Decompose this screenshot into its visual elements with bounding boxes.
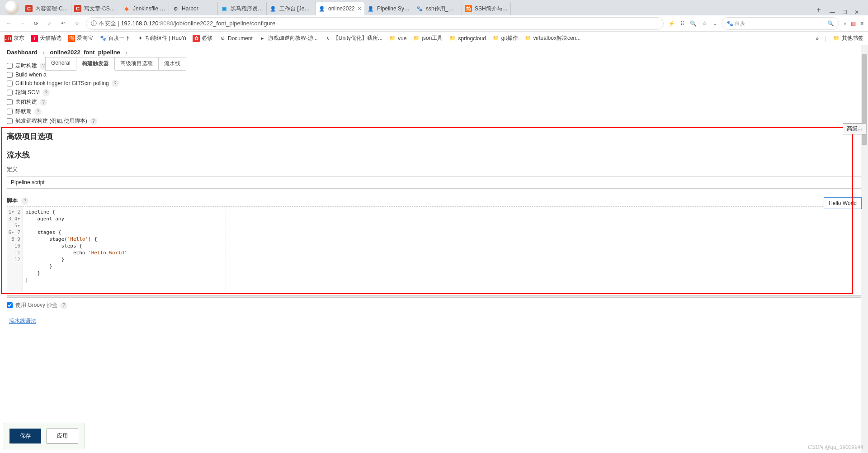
help-icon[interactable]: ? (21, 197, 28, 205)
breadcrumb-dashboard[interactable]: Dashboard (7, 49, 38, 56)
save-button[interactable]: 保存 (9, 429, 41, 443)
config-tab[interactable]: 高级项目选项 (115, 57, 159, 70)
trigger-label: 轮询 SCM (15, 89, 40, 96)
sample-dropdown[interactable]: Hello World (824, 197, 862, 209)
address-field[interactable]: ⓘ 不安全 | 192.168.0.120:8080/job/online202… (86, 17, 664, 30)
config-tab[interactable]: 流水线 (159, 57, 186, 70)
browser-tab[interactable]: C内容管理-CSDN (23, 2, 71, 15)
definition-select[interactable]: Pipeline script (7, 176, 861, 189)
editor-gutter: 1▾ 2 3 4▾ 5▾ 6▾ 7 8 9 10 11 12 (7, 207, 23, 292)
favorite-icon[interactable]: ☆ (72, 19, 81, 28)
trigger-checkbox[interactable] (7, 109, 13, 114)
chevron-down-icon[interactable]: ⌄ (712, 20, 717, 27)
bookmark-item[interactable]: 📁vue (389, 35, 406, 42)
bookmark-item[interactable]: 📁springcloud (449, 35, 486, 42)
close-tab-icon[interactable]: ✕ (357, 5, 362, 12)
help-icon[interactable]: ? (90, 118, 97, 125)
config-tab[interactable]: 构建触发器 (76, 57, 115, 71)
script-editor[interactable]: 1▾ 2 3 4▾ 5▾ 6▾ 7 8 9 10 11 12 pipeline … (7, 206, 861, 292)
tab-title: Pipeline Synta (377, 5, 410, 12)
pdf-icon[interactable]: ▥ (851, 20, 856, 27)
bookmark-item[interactable]: 淘爱淘宝 (68, 34, 93, 42)
zoom-icon[interactable]: 🔍 (690, 20, 697, 27)
bookmark-label: 天猫精选 (40, 34, 61, 42)
bookmark-icon: λ (324, 35, 331, 42)
browser-tab[interactable]: 👤工作台 [Jenkin (267, 2, 316, 15)
sandbox-checkbox[interactable] (7, 302, 13, 308)
trigger-checkbox[interactable] (7, 118, 13, 124)
vertical-scrollbar[interactable] (861, 45, 868, 453)
trigger-checkbox[interactable] (7, 81, 13, 86)
other-bookmarks[interactable]: 📁其他书签 (833, 34, 863, 42)
trigger-checkbox[interactable] (7, 63, 13, 69)
page-content: Dashboard › online2022_font_pipeline › G… (0, 45, 868, 453)
breadcrumb-job[interactable]: online2022_font_pipeline (50, 49, 120, 56)
pipeline-syntax-link[interactable]: 流水线语法 (0, 313, 45, 329)
browser-tab[interactable]: ◆Jenkinsfile · m (120, 2, 169, 15)
tab-title: Harbor (182, 5, 215, 12)
help-icon[interactable]: ? (60, 302, 67, 309)
reload-button[interactable]: ⟳ (32, 19, 41, 28)
flash-icon[interactable]: ⚡ (668, 20, 675, 27)
bookmark-icon: ✿ (193, 35, 200, 42)
bookmark-item[interactable]: 🐾百度一下 (99, 34, 130, 42)
bookmark-icon: 📁 (413, 35, 420, 42)
menu-icon[interactable]: ≡ (860, 20, 863, 27)
minimize-icon[interactable]: — (830, 9, 835, 15)
browser-tab[interactable]: 👤online2022✕ (316, 2, 364, 15)
star-icon[interactable]: ☆ (702, 20, 707, 27)
trigger-checkbox[interactable] (7, 90, 13, 95)
browser-tab[interactable]: ⊙Harbor (169, 2, 218, 15)
help-icon[interactable]: ? (40, 99, 47, 106)
new-tab-button[interactable]: + (813, 5, 824, 15)
browser-tab[interactable]: 简SSH简介与用法 (462, 2, 511, 15)
bookmark-item[interactable]: 📁git操作 (492, 34, 518, 42)
editor-code[interactable]: pipeline { agent any stages { stage('Hel… (23, 207, 861, 292)
breadcrumb-sep: › (125, 49, 127, 56)
tab-favicon: 👤 (269, 5, 277, 12)
sandbox-row: 使用 Groovy 沙盒 ? (0, 298, 868, 313)
close-window-icon[interactable]: ✕ (854, 9, 859, 15)
tab-title: 写文章-CSDN (84, 5, 117, 13)
bookmark-item[interactable]: λ【Unity优化】我所... (324, 34, 382, 42)
restore-button[interactable]: ↶ (59, 19, 68, 28)
bookmarks-overflow-icon[interactable]: » (816, 35, 819, 42)
trigger-checkbox[interactable] (7, 99, 13, 105)
script-label: 脚本 (7, 197, 18, 205)
browser-tab[interactable]: 👤Pipeline Synta (364, 2, 413, 15)
bookmark-item[interactable]: ✿必修 (193, 34, 212, 42)
apply-button[interactable]: 应用 (47, 429, 78, 443)
bookmark-icon: 📁 (492, 35, 500, 42)
trigger-row: GitHub hook trigger for GITScm polling? (7, 79, 861, 88)
bookmark-item[interactable]: ▸游戏dll逆向教程-游... (259, 34, 318, 42)
browser-tab[interactable]: ▣黑马程序员Jav (218, 2, 267, 15)
filter-icon[interactable]: ▿ (844, 20, 846, 27)
bookmark-item[interactable]: T天猫精选 (31, 34, 61, 42)
maximize-icon[interactable]: ☐ (842, 9, 847, 15)
advanced-button[interactable]: 高级... (843, 123, 866, 134)
toolbar-extra: ▿ ▥ ≡ (844, 20, 863, 27)
security-label: 不安全 (99, 19, 116, 28)
help-icon[interactable]: ? (42, 89, 50, 96)
search-engine-box[interactable]: 🐾 百度 🔍 (722, 17, 839, 30)
translate-icon[interactable]: ⠿ (680, 20, 684, 27)
search-icon: 🔍 (827, 20, 834, 27)
config-tab[interactable]: General (46, 57, 76, 70)
profile-avatar[interactable] (5, 0, 19, 15)
bookmark-item[interactable]: JD京东 (5, 34, 24, 42)
bookmark-icon: ✦ (137, 35, 144, 42)
breadcrumb-sep: › (43, 49, 45, 56)
browser-tab[interactable]: C写文章-CSDN (71, 2, 120, 15)
browser-tab[interactable]: 🐾ssh作用_百度搜 (413, 2, 462, 15)
bookmark-item[interactable]: 📁virtualbox解决cen... (524, 34, 581, 42)
search-engine-label: 百度 (735, 19, 827, 27)
home-button[interactable]: ⌂ (45, 19, 54, 28)
help-icon[interactable]: ? (34, 108, 42, 115)
trigger-checkbox[interactable] (7, 72, 13, 78)
bookmark-item[interactable]: ⊙Document (219, 35, 253, 42)
forward-button[interactable]: → (18, 19, 27, 28)
back-button[interactable]: ← (5, 19, 14, 28)
help-icon[interactable]: ? (112, 80, 119, 87)
bookmark-item[interactable]: ✦功能组件 | RuoYi (137, 34, 186, 42)
bookmark-item[interactable]: 📁json工具 (413, 34, 443, 42)
